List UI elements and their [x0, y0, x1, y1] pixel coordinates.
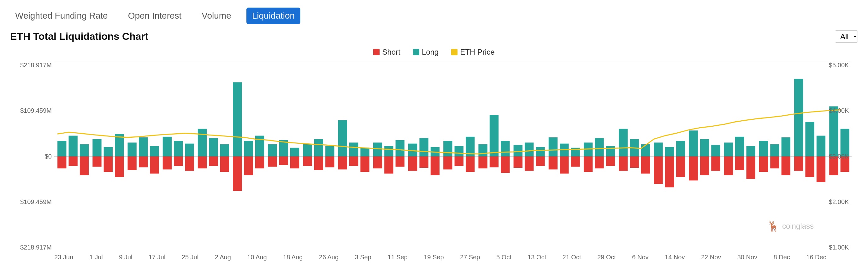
range-select[interactable]: All — [835, 30, 858, 43]
svg-rect-14 — [163, 137, 172, 156]
svg-rect-113 — [525, 156, 533, 171]
svg-rect-43 — [501, 141, 509, 156]
svg-rect-33 — [384, 146, 393, 156]
chart-title: ETH Total Liquidations Chart — [10, 31, 149, 42]
x-label-8: 26 Aug — [319, 254, 339, 261]
svg-rect-25 — [290, 148, 299, 156]
tab-bar: Weighted Funding Rate Open Interest Volu… — [10, 7, 858, 24]
svg-rect-132 — [746, 156, 755, 179]
svg-rect-38 — [443, 141, 452, 156]
svg-rect-65 — [759, 141, 768, 156]
chart-svg — [54, 62, 851, 251]
y-axis-right: $5.00K $4.00K $3.00K $2.00K $1.00K — [826, 62, 858, 251]
x-label-21: 8 Dec — [774, 254, 790, 261]
svg-rect-39 — [455, 146, 464, 156]
tab-liquidation[interactable]: Liquidation — [246, 7, 300, 24]
svg-rect-92 — [279, 156, 288, 165]
eth-price-color-dot — [451, 49, 458, 55]
svg-rect-5 — [57, 141, 66, 156]
watermark: 🦌 coinglass — [767, 220, 814, 232]
y-right-label-2: $4.00K — [829, 107, 856, 114]
svg-rect-20 — [233, 82, 242, 156]
svg-rect-100 — [373, 156, 382, 168]
svg-rect-84 — [185, 156, 194, 171]
svg-rect-8 — [92, 139, 101, 156]
svg-rect-135 — [781, 156, 790, 175]
svg-rect-13 — [150, 146, 159, 156]
svg-rect-80 — [139, 156, 148, 167]
x-label-19: 22 Nov — [701, 254, 721, 261]
svg-rect-53 — [619, 129, 627, 156]
svg-rect-47 — [549, 137, 558, 156]
svg-rect-73 — [57, 156, 66, 168]
svg-rect-64 — [746, 146, 755, 156]
svg-rect-68 — [794, 79, 803, 156]
svg-rect-18 — [209, 138, 218, 156]
svg-rect-36 — [419, 138, 428, 156]
svg-rect-6 — [68, 136, 77, 156]
y-label-lower-mid: $109.459M — [12, 198, 52, 205]
chart-title-row: ETH Total Liquidations Chart All — [10, 30, 858, 43]
svg-rect-28 — [325, 146, 334, 156]
svg-rect-11 — [127, 142, 136, 156]
long-color-dot — [413, 49, 419, 55]
chart-area: 🦌 coinglass — [54, 62, 851, 251]
svg-rect-42 — [490, 115, 498, 156]
svg-rect-74 — [68, 156, 77, 166]
y-right-label-1: $5.00K — [829, 62, 856, 69]
svg-rect-111 — [501, 156, 509, 173]
svg-rect-122 — [630, 156, 639, 168]
legend-eth-price-label: ETH Price — [460, 48, 494, 57]
legend-short: Short — [373, 48, 400, 57]
svg-rect-128 — [700, 156, 709, 175]
svg-rect-96 — [325, 156, 334, 167]
svg-rect-77 — [104, 156, 113, 172]
svg-rect-127 — [689, 156, 698, 181]
x-label-12: 27 Sep — [460, 254, 480, 261]
svg-rect-106 — [443, 156, 452, 169]
svg-rect-29 — [338, 120, 347, 156]
svg-rect-107 — [455, 156, 464, 166]
x-label-13: 5 Oct — [496, 254, 512, 261]
svg-rect-51 — [595, 138, 603, 156]
svg-rect-89 — [244, 156, 253, 175]
svg-rect-83 — [174, 156, 183, 166]
svg-rect-57 — [665, 147, 674, 156]
svg-rect-126 — [676, 156, 685, 177]
y-label-upper-mid: $109.459M — [12, 107, 52, 114]
svg-rect-60 — [700, 139, 709, 156]
tab-weighted-funding-rate[interactable]: Weighted Funding Rate — [10, 8, 113, 23]
page-container: Weighted Funding Rate Open Interest Volu… — [0, 0, 868, 277]
legend-long-label: Long — [422, 48, 439, 57]
x-axis: 23 Jun 1 Jul 9 Jul 17 Jul 25 Jul 2 Aug 1… — [54, 251, 826, 261]
tab-open-interest[interactable]: Open Interest — [123, 8, 187, 23]
svg-rect-30 — [349, 142, 358, 156]
svg-rect-131 — [735, 156, 744, 170]
svg-rect-98 — [349, 156, 358, 166]
svg-rect-99 — [360, 156, 369, 172]
svg-rect-120 — [606, 156, 615, 166]
svg-rect-129 — [711, 156, 720, 171]
svg-rect-138 — [816, 156, 826, 182]
svg-rect-110 — [490, 156, 498, 167]
svg-rect-7 — [80, 144, 89, 156]
svg-rect-97 — [338, 156, 347, 169]
x-label-9: 3 Sep — [355, 254, 371, 261]
x-label-3: 17 Jul — [149, 254, 165, 261]
svg-rect-17 — [198, 129, 207, 156]
y-right-label-5: $1.00K — [829, 244, 856, 251]
svg-rect-76 — [92, 156, 101, 167]
svg-rect-103 — [408, 156, 417, 171]
svg-rect-9 — [104, 147, 113, 156]
svg-rect-19 — [220, 144, 229, 156]
svg-rect-117 — [571, 156, 580, 167]
svg-rect-70 — [816, 136, 826, 156]
svg-rect-52 — [606, 146, 615, 156]
svg-rect-104 — [419, 156, 428, 168]
tab-volume[interactable]: Volume — [196, 8, 236, 23]
svg-rect-31 — [360, 148, 369, 156]
svg-rect-21 — [244, 141, 253, 156]
y-axis-left: $218.917M $109.459M $0 $109.459M $218.91… — [10, 62, 54, 251]
svg-rect-41 — [478, 144, 487, 156]
y-label-bottom: $218.917M — [12, 244, 52, 251]
